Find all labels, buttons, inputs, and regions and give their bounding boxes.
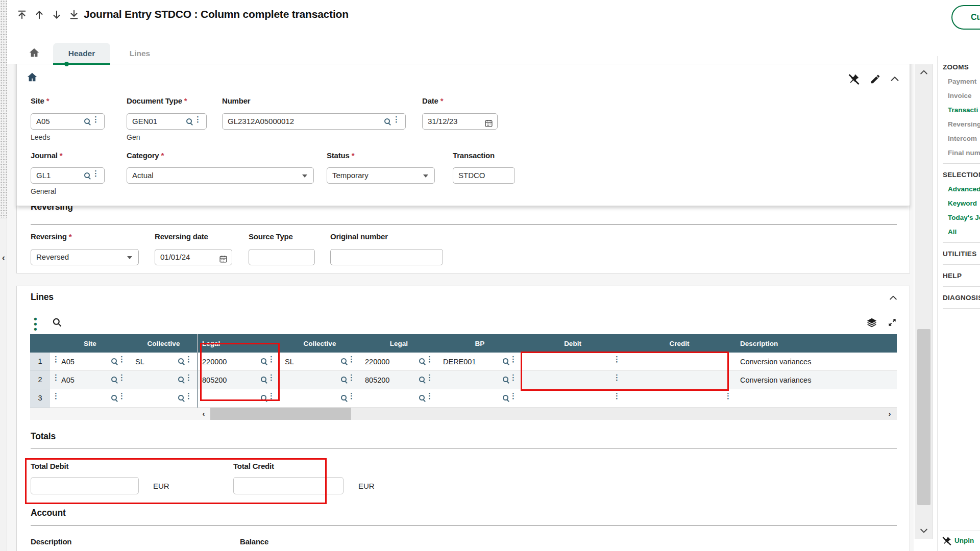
zooms-item-reversing[interactable]: Reversing — [948, 120, 980, 128]
cell-options-icon[interactable]: ⋮ — [724, 358, 732, 360]
document-type-field[interactable]: GEN01 ⋮ — [127, 113, 207, 130]
lookup-icon[interactable] — [178, 358, 184, 364]
lookup-icon[interactable] — [84, 172, 90, 178]
cell-debit[interactable]: ⋮ — [522, 371, 624, 389]
previous-record-icon[interactable] — [34, 9, 47, 22]
category-select[interactable]: Actual — [127, 167, 314, 184]
cell-options-icon[interactable]: ⋮ — [267, 358, 275, 360]
help-section-header[interactable]: HELP — [943, 272, 980, 280]
currency-button[interactable]: Curr — [951, 5, 980, 30]
calendar-icon[interactable] — [219, 253, 228, 265]
lookup-icon[interactable] — [419, 358, 425, 364]
cell-collective[interactable]: ⋮ — [130, 371, 197, 389]
total-credit-field[interactable] — [233, 477, 344, 494]
lines-menu-icon[interactable]: ••• — [34, 316, 37, 332]
horizontal-scrollbar[interactable]: ‹ › — [197, 408, 897, 420]
lookup-icon[interactable] — [419, 377, 425, 382]
lookup-icon[interactable] — [341, 358, 347, 364]
selection-item-todays-journals[interactable]: Today's Jo — [948, 214, 980, 221]
cell-credit[interactable]: ⋮ — [624, 353, 735, 371]
zooms-item-transaction[interactable]: Transacti — [948, 106, 980, 114]
col-description[interactable]: Description — [735, 340, 897, 347]
lookup-icon[interactable] — [111, 358, 117, 364]
cell-legal[interactable]: 805200 ⋮ — [197, 371, 280, 389]
cell-options-icon[interactable]: ⋮ — [185, 376, 192, 379]
col-collective-2[interactable]: Collective — [280, 340, 360, 347]
cell-options-icon[interactable]: ⋮ — [348, 376, 355, 379]
cell-site[interactable]: ⋮ ⋮ — [50, 389, 130, 408]
cell-options-icon[interactable]: ⋮ — [426, 358, 433, 360]
cell-description[interactable]: Conversion variances — [735, 371, 897, 389]
last-record-icon[interactable] — [68, 9, 82, 22]
cell-collective-2[interactable]: ⋮ — [280, 389, 360, 408]
col-collective[interactable]: Collective — [130, 340, 197, 347]
cell-options-icon[interactable]: ⋮ — [118, 394, 126, 397]
collapse-card-icon[interactable] — [889, 73, 900, 85]
chevron-down-icon[interactable] — [127, 256, 132, 259]
lookup-icon[interactable] — [261, 395, 266, 400]
cell-options-icon[interactable]: ⋮ — [613, 358, 621, 360]
lookup-icon[interactable] — [84, 118, 90, 124]
cell-options-icon[interactable]: ⋮ — [613, 394, 621, 397]
zooms-item-intercompany[interactable]: Intercom — [948, 135, 980, 142]
cell-options-icon[interactable]: ⋮ — [509, 376, 517, 379]
cell-options-icon[interactable]: ⋮ — [267, 376, 275, 379]
col-bp[interactable]: BP — [438, 340, 522, 347]
status-select[interactable]: Temporary — [327, 167, 435, 184]
scroll-right-icon[interactable]: › — [884, 408, 896, 420]
selection-item-all[interactable]: All — [948, 228, 980, 236]
lookup-icon[interactable] — [341, 395, 347, 400]
expand-table-icon[interactable] — [887, 317, 897, 328]
diagnosis-section-header[interactable]: DIAGNOSIS — [943, 294, 980, 302]
cell-site[interactable]: ⋮ A05 ⋮ — [50, 353, 130, 371]
cell-options-icon[interactable]: ⋮ — [509, 358, 517, 360]
row-grip-icon[interactable]: ⋮ — [52, 394, 60, 397]
lookup-icon[interactable] — [419, 395, 425, 400]
cell-options-icon[interactable]: ⋮ — [613, 376, 621, 379]
cell-legal-2[interactable]: ⋮ — [360, 389, 438, 408]
reversing-select[interactable]: Reversed — [31, 249, 139, 265]
zooms-item-invoice[interactable]: Invoice — [948, 92, 980, 99]
lines-search-icon[interactable] — [52, 317, 62, 328]
cell-options-icon[interactable]: ⋮ — [118, 376, 126, 379]
cell-options-icon[interactable]: ⋮ — [724, 394, 732, 397]
edit-pencil-icon[interactable] — [870, 73, 881, 85]
cell-options-icon[interactable]: ⋮ — [185, 394, 192, 397]
lookup-icon[interactable] — [503, 358, 508, 364]
cell-bp[interactable]: DERE001 ⋮ — [438, 353, 522, 371]
date-field[interactable]: 31/12/23 — [422, 113, 498, 130]
cell-options-icon[interactable]: ⋮ — [185, 358, 192, 360]
cell-legal-2[interactable]: 220000 ⋮ — [360, 353, 438, 371]
cell-credit[interactable]: ⋮ — [624, 389, 735, 408]
row-grip-icon[interactable]: ⋮ — [52, 358, 60, 360]
cell-options-icon[interactable]: ⋮ — [509, 394, 517, 397]
vertical-scroll-thumb[interactable] — [917, 329, 930, 505]
site-field[interactable]: A05 ⋮ — [31, 113, 105, 130]
lookup-icon[interactable] — [178, 377, 184, 382]
cell-debit[interactable]: ⋮ — [522, 389, 624, 408]
total-debit-field[interactable] — [31, 477, 139, 494]
cell-collective[interactable]: SL ⋮ — [130, 353, 197, 371]
unpin-icon[interactable] — [848, 73, 860, 85]
chevron-down-icon[interactable] — [423, 174, 428, 178]
cell-options-icon[interactable]: ⋮ — [426, 394, 433, 397]
field-options-icon[interactable]: ⋮ — [194, 115, 202, 123]
col-debit[interactable]: Debit — [522, 340, 624, 347]
cell-credit[interactable]: ⋮ — [624, 371, 735, 389]
lookup-icon[interactable] — [178, 395, 184, 400]
cell-debit[interactable]: ⋮ — [522, 353, 624, 371]
source-type-field[interactable] — [249, 249, 315, 265]
next-record-icon[interactable] — [51, 9, 64, 22]
chevron-down-icon[interactable] — [302, 174, 307, 178]
number-field[interactable]: GL2312A05000012 ⋮ — [222, 113, 406, 130]
lookup-icon[interactable] — [503, 395, 508, 400]
cell-options-icon[interactable]: ⋮ — [348, 358, 355, 360]
original-number-field[interactable] — [330, 249, 443, 265]
col-credit[interactable]: Credit — [624, 340, 735, 347]
row-number[interactable]: 2 — [30, 371, 50, 389]
calendar-icon[interactable] — [484, 117, 493, 130]
cell-description[interactable] — [735, 389, 897, 408]
unpin-label[interactable]: Unpin — [954, 537, 974, 544]
lookup-icon[interactable] — [341, 377, 347, 382]
cell-legal[interactable]: 220000 ⋮ — [197, 353, 280, 371]
